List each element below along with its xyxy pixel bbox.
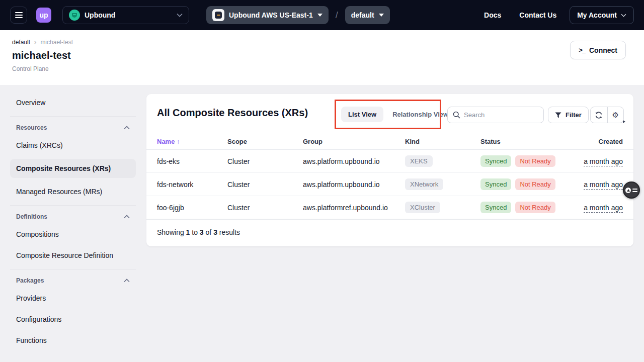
sidebar: Overview Resources Claims (XRCs) Composi… — [0, 85, 146, 362]
column-header-scope[interactable]: Scope — [227, 138, 303, 145]
column-header-name[interactable]: Name ↑ — [157, 138, 227, 145]
search-icon — [453, 111, 460, 119]
results-to: 3 — [200, 228, 204, 236]
refresh-icon — [595, 111, 603, 119]
sidebar-divider — [10, 269, 136, 269]
chevron-up-icon — [124, 215, 130, 219]
status-badge-not-ready: Not Ready — [515, 202, 555, 213]
org-selector-dropdown[interactable]: Upbound — [62, 6, 189, 24]
gear-icon: ⚙ — [612, 111, 619, 119]
cell-name[interactable]: fds-network — [157, 180, 227, 189]
created-tooltip-text[interactable]: a month ago — [584, 157, 623, 166]
sidebar-item-providers[interactable]: Providers — [10, 291, 136, 306]
column-header-kind[interactable]: Kind — [405, 138, 480, 145]
card-title: All Composite Resources (XRs) — [157, 107, 308, 119]
my-account-button[interactable]: My Account — [570, 6, 634, 24]
annotation-widget-button[interactable] — [623, 182, 640, 199]
sidebar-item-functions[interactable]: Functions — [10, 333, 136, 348]
cell-group: aws.platform.upbound.io — [303, 180, 405, 189]
cell-status: Synced Not Ready — [480, 155, 576, 167]
cell-group: aws.platformref.upbound.io — [303, 204, 405, 212]
sidebar-section-resources[interactable]: Resources — [10, 124, 136, 132]
chevron-up-icon — [124, 279, 130, 283]
control-plane-icon — [212, 9, 224, 21]
results-from: 1 — [186, 228, 190, 236]
play-icon — [623, 120, 625, 123]
status-badge-synced: Synced — [480, 202, 511, 213]
cell-status: Synced Not Ready — [480, 178, 576, 190]
tab-list-view[interactable]: List View — [341, 107, 383, 122]
kind-badge: XCluster — [405, 202, 440, 213]
results-summary: Showing 1 to 3 of 3 results — [146, 219, 633, 246]
cell-status: Synced Not Ready — [480, 202, 576, 213]
cell-kind: XCluster — [405, 202, 480, 213]
search-box — [447, 107, 544, 123]
filter-button-label: Filter — [566, 111, 582, 119]
sidebar-divider — [10, 116, 136, 117]
created-tooltip-text[interactable]: a month ago — [584, 180, 623, 190]
sidebar-item-composite-resource-definition[interactable]: Composite Resource Definition — [10, 248, 136, 263]
status-badge-not-ready: Not Ready — [515, 155, 555, 167]
status-badge-not-ready: Not Ready — [515, 178, 555, 190]
caret-down-icon — [317, 14, 323, 17]
widget-lines-icon — [632, 189, 637, 192]
cell-name[interactable]: fds-eks — [157, 157, 227, 165]
page-subtitle: Control Plane — [12, 65, 632, 72]
caret-down-icon — [379, 14, 384, 17]
sidebar-section-packages[interactable]: Packages — [10, 277, 136, 285]
chevron-up-icon — [124, 126, 130, 130]
sidebar-item-compositions[interactable]: Compositions — [10, 227, 136, 242]
hamburger-menu-button[interactable] — [10, 7, 27, 24]
table-header-row: Name ↑ Scope Group Kind Status Created — [146, 133, 633, 150]
table-row[interactable]: foo-6jgjb Cluster aws.platformref.upboun… — [146, 196, 633, 219]
nav-link-contact-us[interactable]: Contact Us — [519, 11, 556, 19]
cell-created: a month ago — [576, 157, 623, 165]
upbound-logo[interactable]: up — [36, 8, 51, 23]
status-badge-synced: Synced — [480, 178, 511, 190]
top-navbar: up Upbound Upbound AWS US-East-1 / defau… — [0, 0, 644, 30]
view-toggle: List View Relationship View — [341, 107, 448, 122]
kind-badge: XEKS — [405, 155, 433, 167]
sidebar-item-composite-resources[interactable]: Composite Resources (XRs) — [10, 159, 136, 178]
filter-funnel-icon — [555, 112, 561, 118]
namespace-selector-label: default — [351, 11, 374, 19]
sidebar-item-managed-resources[interactable]: Managed Resources (MRs) — [10, 184, 136, 199]
column-header-status[interactable]: Status — [480, 138, 576, 145]
control-plane-selector-label: Upbound AWS US-East-1 — [229, 11, 313, 19]
sidebar-section-definitions[interactable]: Definitions — [10, 213, 136, 221]
table-row[interactable]: fds-network Cluster aws.platform.upbound… — [146, 173, 633, 196]
breadcrumb-root[interactable]: default — [12, 39, 30, 46]
status-badge-synced: Synced — [480, 155, 511, 167]
column-header-created[interactable]: Created — [576, 138, 623, 145]
sidebar-item-overview[interactable]: Overview — [10, 95, 136, 110]
cell-group: aws.platform.upbound.io — [303, 157, 405, 165]
refresh-button[interactable] — [591, 107, 607, 123]
connect-button[interactable]: >_ Connect — [570, 41, 626, 59]
filter-button[interactable]: Filter — [548, 107, 589, 123]
table-action-buttons: ⚙ — [590, 107, 624, 123]
created-tooltip-text[interactable]: a month ago — [584, 204, 623, 213]
my-account-label: My Account — [577, 11, 617, 19]
search-input[interactable] — [464, 111, 529, 119]
hamburger-icon — [15, 12, 23, 13]
composite-resources-card: All Composite Resources (XRs) List View … — [146, 94, 633, 246]
org-selector-label: Upbound — [85, 11, 177, 19]
auto-refresh-settings-button[interactable]: ⚙ — [607, 107, 624, 123]
cell-name[interactable]: foo-6jgjb — [157, 204, 227, 212]
tab-relationship-view[interactable]: Relationship View — [392, 111, 448, 118]
column-header-group[interactable]: Group — [303, 138, 405, 145]
cell-created: a month ago — [576, 180, 623, 189]
table-row[interactable]: fds-eks Cluster aws.platform.upbound.io … — [146, 150, 633, 173]
control-plane-selector-dropdown[interactable]: Upbound AWS US-East-1 — [206, 6, 329, 24]
page-title: michael-test — [12, 50, 632, 61]
context-separator: / — [336, 10, 338, 21]
terminal-icon: >_ — [579, 46, 585, 54]
sidebar-item-configurations[interactable]: Configurations — [10, 312, 136, 327]
results-total: 3 — [213, 228, 217, 236]
namespace-selector-dropdown[interactable]: default — [345, 6, 390, 24]
cell-kind: XNetwork — [405, 178, 480, 190]
chevron-down-icon — [621, 14, 626, 17]
cell-scope: Cluster — [227, 204, 303, 212]
nav-link-docs[interactable]: Docs — [484, 11, 501, 19]
sidebar-item-claims[interactable]: Claims (XRCs) — [10, 138, 136, 153]
